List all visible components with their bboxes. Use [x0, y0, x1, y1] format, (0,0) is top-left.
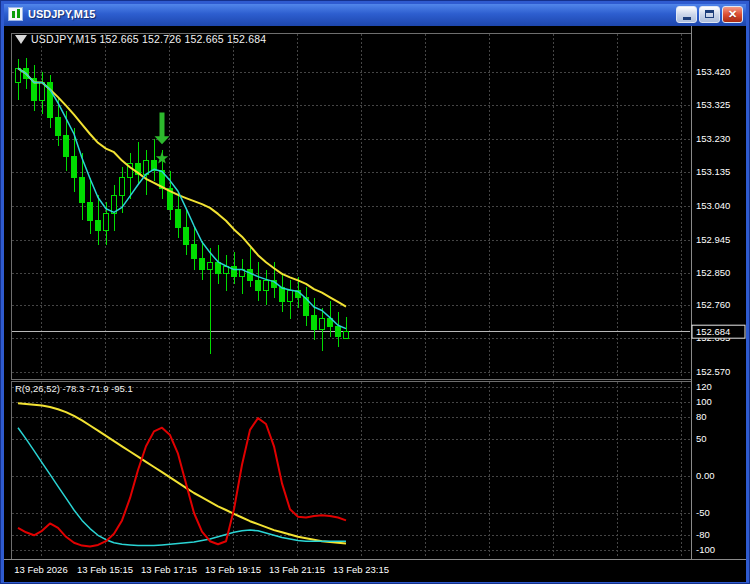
svg-text:13 Feb 21:15: 13 Feb 21:15 — [269, 564, 325, 575]
svg-text:153.420: 153.420 — [696, 66, 730, 77]
svg-text:0.00: 0.00 — [696, 470, 715, 481]
chart-area[interactable]: 153.420153.325153.230153.135153.040152.9… — [4, 26, 746, 582]
svg-text:13 Feb 19:15: 13 Feb 19:15 — [205, 564, 261, 575]
window-title: USDJPY,M15 — [28, 8, 671, 20]
svg-text:153.325: 153.325 — [696, 99, 730, 110]
chart-icon — [8, 7, 23, 21]
svg-text:-50: -50 — [696, 507, 710, 518]
svg-text:50: 50 — [696, 433, 707, 444]
svg-text:13 Feb 23:15: 13 Feb 23:15 — [333, 564, 389, 575]
restore-button[interactable] — [699, 6, 720, 23]
svg-text:152.570: 152.570 — [696, 366, 730, 377]
svg-text:152.684: 152.684 — [696, 326, 730, 337]
svg-text:13 Feb 2026: 13 Feb 2026 — [14, 564, 67, 575]
price-chart-canvas[interactable]: 153.420153.325153.230153.135153.040152.9… — [4, 26, 746, 582]
svg-text:80: 80 — [696, 411, 707, 422]
window-controls: ✕ — [676, 6, 743, 23]
title-bar[interactable]: USDJPY,M15 ✕ — [4, 4, 746, 26]
svg-text:153.040: 153.040 — [696, 200, 730, 211]
indicator-label: R(9,26,52) -78.3 -71.9 -95.1 — [15, 383, 133, 394]
svg-text:100: 100 — [696, 396, 712, 407]
svg-text:13 Feb 15:15: 13 Feb 15:15 — [77, 564, 133, 575]
close-button[interactable]: ✕ — [722, 6, 743, 23]
restore-icon — [705, 10, 714, 18]
svg-text:152.760: 152.760 — [696, 299, 730, 310]
svg-text:-80: -80 — [696, 529, 710, 540]
minimize-icon — [683, 17, 691, 20]
minimize-button[interactable] — [676, 6, 697, 23]
svg-text:120: 120 — [696, 381, 712, 392]
svg-text:-100: -100 — [696, 544, 715, 555]
svg-text:152.945: 152.945 — [696, 234, 730, 245]
quote-line: USDJPY,M15 152.665 152.726 152.665 152.6… — [31, 33, 266, 45]
svg-text:153.135: 153.135 — [696, 166, 730, 177]
chart-shift-marker-icon — [15, 35, 27, 44]
close-icon: ✕ — [728, 9, 737, 20]
svg-text:153.230: 153.230 — [696, 133, 730, 144]
svg-text:13 Feb 17:15: 13 Feb 17:15 — [141, 564, 197, 575]
svg-text:152.850: 152.850 — [696, 267, 730, 278]
chart-window: USDJPY,M15 ✕ 153.420153.325153.230153.13… — [0, 0, 750, 584]
